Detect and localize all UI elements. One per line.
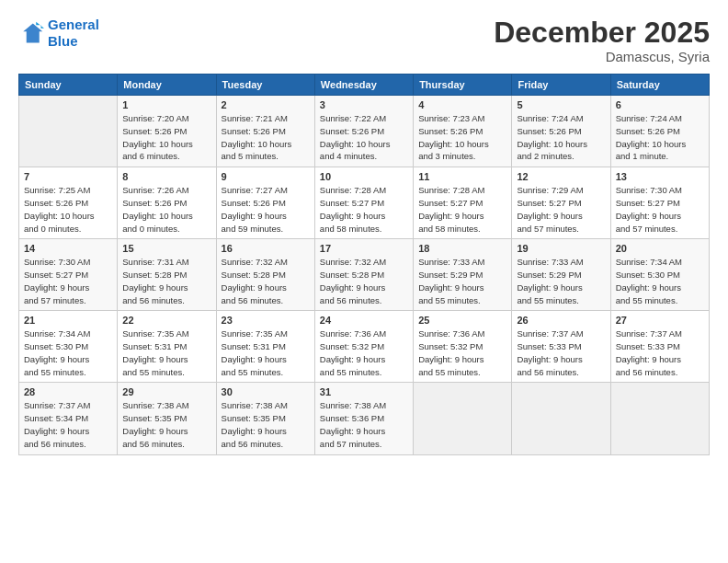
day-number: 20 bbox=[616, 243, 704, 254]
day-cell: 1Sunrise: 7:20 AM Sunset: 5:26 PM Daylig… bbox=[118, 96, 216, 167]
day-number: 19 bbox=[517, 243, 605, 254]
day-cell: 6Sunrise: 7:24 AM Sunset: 5:26 PM Daylig… bbox=[610, 96, 709, 167]
day-info: Sunrise: 7:26 AM Sunset: 5:26 PM Dayligh… bbox=[122, 184, 210, 235]
day-cell: 18Sunrise: 7:33 AM Sunset: 5:29 PM Dayli… bbox=[414, 239, 512, 311]
day-cell: 25Sunrise: 7:36 AM Sunset: 5:32 PM Dayli… bbox=[414, 311, 512, 383]
day-info: Sunrise: 7:31 AM Sunset: 5:28 PM Dayligh… bbox=[122, 256, 210, 306]
day-number: 6 bbox=[616, 99, 704, 110]
day-info: Sunrise: 7:33 AM Sunset: 5:29 PM Dayligh… bbox=[517, 256, 605, 306]
day-info: Sunrise: 7:32 AM Sunset: 5:28 PM Dayligh… bbox=[320, 256, 408, 306]
day-cell: 19Sunrise: 7:33 AM Sunset: 5:29 PM Dayli… bbox=[512, 239, 610, 311]
day-cell: 21Sunrise: 7:34 AM Sunset: 5:30 PM Dayli… bbox=[19, 311, 118, 383]
day-number: 22 bbox=[122, 315, 210, 326]
day-number: 15 bbox=[122, 243, 210, 254]
location: Damascus, Syria bbox=[494, 49, 710, 64]
day-cell: 22Sunrise: 7:35 AM Sunset: 5:31 PM Dayli… bbox=[118, 311, 216, 383]
header: General Blue December 2025 Damascus, Syr… bbox=[18, 17, 710, 64]
week-row-1: 1Sunrise: 7:20 AM Sunset: 5:26 PM Daylig… bbox=[19, 96, 710, 167]
month-title: December 2025 bbox=[494, 17, 710, 49]
day-cell bbox=[414, 383, 512, 454]
day-number: 27 bbox=[616, 315, 704, 326]
day-number: 10 bbox=[320, 171, 408, 182]
col-sunday: Sunday bbox=[19, 75, 118, 96]
day-number: 30 bbox=[222, 386, 310, 397]
day-info: Sunrise: 7:28 AM Sunset: 5:27 PM Dayligh… bbox=[418, 184, 506, 235]
logo: General Blue bbox=[18, 17, 99, 50]
day-number: 21 bbox=[24, 315, 112, 326]
day-number: 3 bbox=[320, 99, 408, 110]
col-friday: Friday bbox=[512, 75, 610, 96]
day-number: 18 bbox=[418, 243, 506, 254]
week-row-4: 21Sunrise: 7:34 AM Sunset: 5:30 PM Dayli… bbox=[19, 311, 710, 383]
day-cell: 15Sunrise: 7:31 AM Sunset: 5:28 PM Dayli… bbox=[118, 239, 216, 311]
day-number: 7 bbox=[24, 171, 112, 182]
day-cell: 20Sunrise: 7:34 AM Sunset: 5:30 PM Dayli… bbox=[610, 239, 709, 311]
day-number: 17 bbox=[320, 243, 408, 254]
day-cell: 7Sunrise: 7:25 AM Sunset: 5:26 PM Daylig… bbox=[19, 167, 118, 239]
day-number: 8 bbox=[122, 171, 210, 182]
header-row: Sunday Monday Tuesday Wednesday Thursday… bbox=[19, 75, 710, 96]
day-cell: 16Sunrise: 7:32 AM Sunset: 5:28 PM Dayli… bbox=[216, 239, 314, 311]
day-number: 26 bbox=[517, 315, 605, 326]
svg-marker-1 bbox=[23, 24, 42, 43]
day-info: Sunrise: 7:28 AM Sunset: 5:27 PM Dayligh… bbox=[320, 184, 408, 235]
day-cell: 29Sunrise: 7:38 AM Sunset: 5:35 PM Dayli… bbox=[118, 383, 216, 454]
day-number: 29 bbox=[122, 386, 210, 397]
day-info: Sunrise: 7:22 AM Sunset: 5:26 PM Dayligh… bbox=[320, 112, 408, 163]
day-info: Sunrise: 7:38 AM Sunset: 5:35 PM Dayligh… bbox=[222, 399, 310, 450]
day-cell: 28Sunrise: 7:37 AM Sunset: 5:34 PM Dayli… bbox=[19, 383, 118, 454]
day-number: 4 bbox=[418, 99, 506, 110]
day-cell: 27Sunrise: 7:37 AM Sunset: 5:33 PM Dayli… bbox=[610, 311, 709, 383]
day-info: Sunrise: 7:33 AM Sunset: 5:29 PM Dayligh… bbox=[418, 256, 506, 306]
day-number: 25 bbox=[418, 315, 506, 326]
day-info: Sunrise: 7:38 AM Sunset: 5:35 PM Dayligh… bbox=[122, 399, 210, 450]
day-cell: 5Sunrise: 7:24 AM Sunset: 5:26 PM Daylig… bbox=[512, 96, 610, 167]
logo-icon bbox=[18, 20, 44, 46]
day-info: Sunrise: 7:34 AM Sunset: 5:30 PM Dayligh… bbox=[616, 256, 704, 306]
day-info: Sunrise: 7:24 AM Sunset: 5:26 PM Dayligh… bbox=[616, 112, 704, 163]
col-saturday: Saturday bbox=[610, 75, 709, 96]
day-cell: 24Sunrise: 7:36 AM Sunset: 5:32 PM Dayli… bbox=[314, 311, 413, 383]
day-number: 14 bbox=[24, 243, 112, 254]
col-wednesday: Wednesday bbox=[314, 75, 413, 96]
title-block: December 2025 Damascus, Syria bbox=[494, 17, 710, 64]
day-number: 11 bbox=[418, 171, 506, 182]
calendar-body: 1Sunrise: 7:20 AM Sunset: 5:26 PM Daylig… bbox=[19, 96, 710, 454]
page: General Blue December 2025 Damascus, Syr… bbox=[0, 0, 728, 563]
day-info: Sunrise: 7:35 AM Sunset: 5:31 PM Dayligh… bbox=[122, 327, 210, 378]
day-number: 12 bbox=[517, 171, 605, 182]
day-number: 23 bbox=[222, 315, 310, 326]
day-info: Sunrise: 7:36 AM Sunset: 5:32 PM Dayligh… bbox=[418, 327, 506, 378]
day-info: Sunrise: 7:25 AM Sunset: 5:26 PM Dayligh… bbox=[24, 184, 112, 235]
day-info: Sunrise: 7:23 AM Sunset: 5:26 PM Dayligh… bbox=[418, 112, 506, 163]
day-cell bbox=[512, 383, 610, 454]
day-cell: 11Sunrise: 7:28 AM Sunset: 5:27 PM Dayli… bbox=[414, 167, 512, 239]
day-number: 16 bbox=[222, 243, 310, 254]
day-cell: 10Sunrise: 7:28 AM Sunset: 5:27 PM Dayli… bbox=[314, 167, 413, 239]
day-info: Sunrise: 7:20 AM Sunset: 5:26 PM Dayligh… bbox=[122, 112, 210, 163]
day-cell: 4Sunrise: 7:23 AM Sunset: 5:26 PM Daylig… bbox=[414, 96, 512, 167]
day-info: Sunrise: 7:35 AM Sunset: 5:31 PM Dayligh… bbox=[222, 327, 310, 378]
day-number: 2 bbox=[222, 99, 310, 110]
day-info: Sunrise: 7:37 AM Sunset: 5:33 PM Dayligh… bbox=[616, 327, 704, 378]
col-tuesday: Tuesday bbox=[216, 75, 314, 96]
day-number: 5 bbox=[517, 99, 605, 110]
col-monday: Monday bbox=[118, 75, 216, 96]
day-cell: 23Sunrise: 7:35 AM Sunset: 5:31 PM Dayli… bbox=[216, 311, 314, 383]
day-cell bbox=[19, 96, 118, 167]
week-row-2: 7Sunrise: 7:25 AM Sunset: 5:26 PM Daylig… bbox=[19, 167, 710, 239]
day-number: 1 bbox=[122, 99, 210, 110]
day-info: Sunrise: 7:30 AM Sunset: 5:27 PM Dayligh… bbox=[616, 184, 704, 235]
logo-text: General Blue bbox=[48, 17, 99, 50]
day-info: Sunrise: 7:37 AM Sunset: 5:33 PM Dayligh… bbox=[517, 327, 605, 378]
col-thursday: Thursday bbox=[414, 75, 512, 96]
week-row-5: 28Sunrise: 7:37 AM Sunset: 5:34 PM Dayli… bbox=[19, 383, 710, 454]
day-cell: 9Sunrise: 7:27 AM Sunset: 5:26 PM Daylig… bbox=[216, 167, 314, 239]
day-info: Sunrise: 7:34 AM Sunset: 5:30 PM Dayligh… bbox=[24, 327, 112, 378]
day-info: Sunrise: 7:38 AM Sunset: 5:36 PM Dayligh… bbox=[320, 399, 408, 450]
day-info: Sunrise: 7:29 AM Sunset: 5:27 PM Dayligh… bbox=[517, 184, 605, 235]
day-cell: 26Sunrise: 7:37 AM Sunset: 5:33 PM Dayli… bbox=[512, 311, 610, 383]
day-info: Sunrise: 7:37 AM Sunset: 5:34 PM Dayligh… bbox=[24, 399, 112, 450]
day-info: Sunrise: 7:21 AM Sunset: 5:26 PM Dayligh… bbox=[222, 112, 310, 163]
day-cell: 8Sunrise: 7:26 AM Sunset: 5:26 PM Daylig… bbox=[118, 167, 216, 239]
